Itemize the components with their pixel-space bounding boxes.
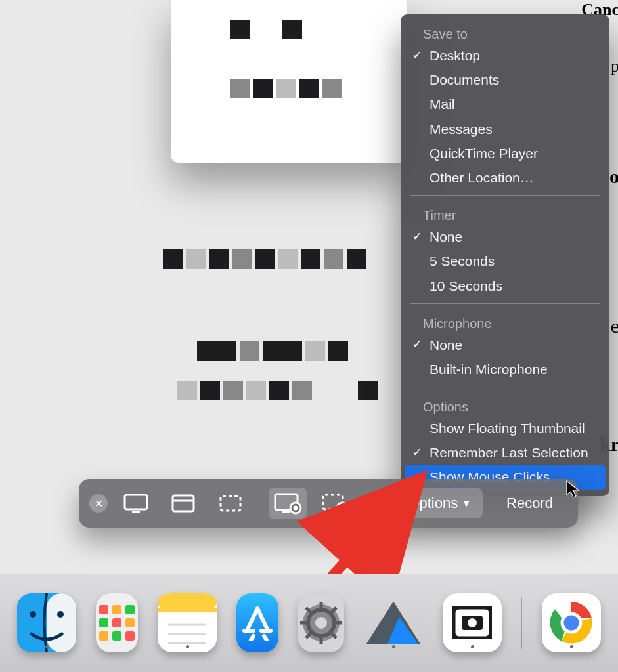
svg-rect-21 (112, 618, 121, 627)
edge-text-fragment: e (611, 315, 618, 337)
svg-point-42 (315, 617, 327, 629)
svg-point-16 (57, 611, 64, 618)
triangle-icon (364, 597, 423, 649)
svg-point-45 (468, 618, 477, 627)
options-button[interactable]: Options ▼ (396, 488, 483, 518)
camera-icon (452, 606, 492, 639)
svg-rect-2 (173, 495, 194, 511)
menu-item-desktop[interactable]: ✓Desktop (405, 43, 606, 68)
menu-item-mic-builtin[interactable]: Built-in Microphone (405, 357, 606, 381)
screenshot-toolbar: ✕ Options ▼ Record (79, 479, 578, 528)
record-selection-icon (320, 492, 349, 514)
svg-rect-14 (47, 593, 76, 652)
menu-item-floating-thumbnail[interactable]: Show Floating Thumbnail (405, 416, 606, 440)
svg-point-11 (340, 506, 345, 511)
svg-rect-20 (99, 618, 108, 627)
dock-app-screenshot[interactable] (443, 593, 502, 652)
menu-section-save-to: Save to (401, 20, 609, 43)
chevron-down-icon: ▼ (462, 498, 471, 509)
dock-app-system-preferences[interactable] (298, 593, 344, 652)
menu-item-timer-none[interactable]: ✓None (405, 224, 606, 249)
capture-window-button[interactable] (164, 488, 202, 519)
record-selection-button[interactable] (316, 488, 354, 519)
dock-background (0, 574, 618, 672)
svg-rect-17 (99, 605, 108, 614)
finder-icon (17, 593, 76, 652)
capture-entire-screen-button[interactable] (117, 488, 155, 519)
menu-item-remember-selection[interactable]: ✓Remember Last Selection (405, 440, 606, 465)
close-button[interactable]: ✕ (89, 494, 108, 513)
toolbar-separator (259, 489, 259, 518)
chrome-icon (548, 600, 594, 646)
dock-app-triangle[interactable] (364, 593, 423, 652)
record-button[interactable]: Record (492, 488, 567, 518)
screen-icon (123, 493, 149, 514)
menu-item-documents[interactable]: Documents (405, 68, 606, 92)
launchpad-icon (98, 604, 136, 642)
close-icon: ✕ (95, 497, 103, 510)
record-entire-screen-button[interactable] (269, 488, 307, 519)
record-screen-icon (273, 492, 302, 514)
svg-rect-0 (125, 495, 147, 509)
svg-rect-6 (282, 511, 290, 513)
svg-rect-28 (158, 608, 217, 612)
svg-point-8 (294, 506, 298, 511)
svg-rect-24 (112, 631, 121, 640)
dock-app-finder[interactable] (17, 593, 76, 652)
svg-rect-1 (132, 511, 140, 513)
notes-icon (158, 593, 217, 652)
screenshot-options-menu: Save to ✓Desktop Documents Mail Messages… (401, 14, 609, 496)
dock-app-launchpad[interactable] (96, 593, 138, 652)
dock (0, 587, 618, 659)
dock-app-app-store[interactable] (236, 593, 278, 652)
menu-item-timer-10s[interactable]: 10 Seconds (405, 274, 606, 298)
dock-divider (521, 597, 522, 649)
dock-app-chrome[interactable] (542, 593, 601, 652)
capture-selection-button[interactable] (211, 488, 250, 519)
menu-item-other-location[interactable]: Other Location… (405, 165, 606, 190)
dock-app-notes[interactable] (158, 593, 217, 652)
svg-rect-25 (125, 631, 135, 640)
menu-item-mic-none[interactable]: ✓None (405, 333, 606, 357)
app-store-icon (239, 604, 276, 641)
svg-rect-4 (221, 496, 240, 511)
svg-rect-19 (125, 605, 135, 614)
options-label: Options (408, 495, 458, 512)
background-preview-window (171, 0, 407, 163)
edge-text-fragment: p (611, 56, 618, 76)
menu-section-microphone: Microphone (401, 309, 609, 333)
menu-item-timer-5s[interactable]: 5 Seconds (405, 249, 606, 273)
window-icon (170, 493, 196, 514)
menu-item-quicktime[interactable]: QuickTime Player (405, 141, 606, 165)
svg-rect-18 (112, 605, 121, 614)
menu-section-timer: Timer (401, 201, 609, 224)
edge-text-fragment: o (609, 165, 618, 188)
svg-point-15 (30, 611, 36, 618)
svg-rect-22 (125, 618, 135, 627)
menu-item-mail[interactable]: Mail (405, 92, 606, 116)
menu-item-messages[interactable]: Messages (405, 117, 606, 141)
selection-icon (217, 493, 244, 514)
gear-icon (298, 600, 344, 646)
menu-section-options: Options (401, 392, 609, 416)
record-label: Record (506, 495, 553, 511)
svg-rect-23 (99, 631, 108, 640)
